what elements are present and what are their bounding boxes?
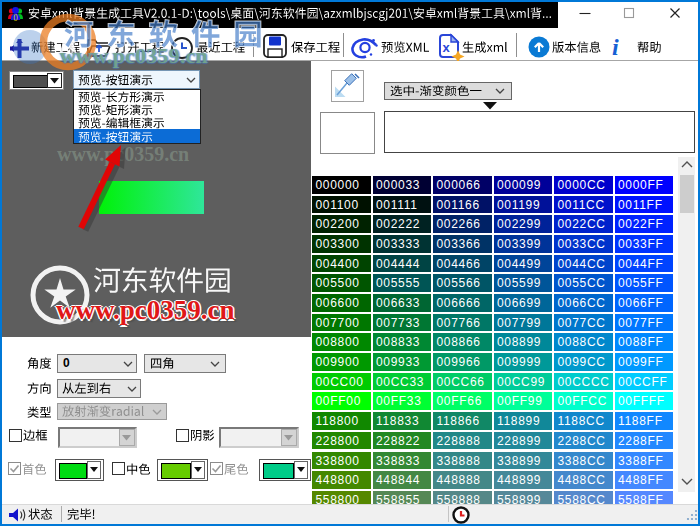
svg-text:x: x <box>443 40 451 55</box>
